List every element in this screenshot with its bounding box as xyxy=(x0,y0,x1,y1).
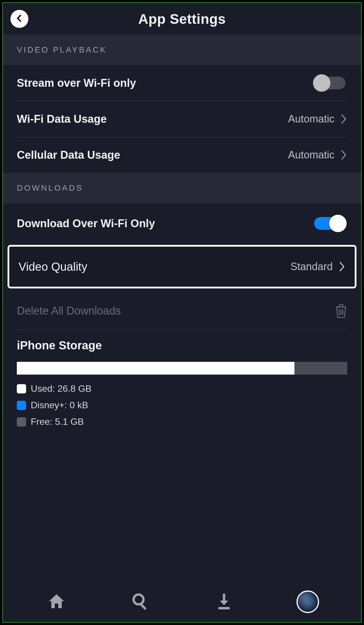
row-value: Automatic xyxy=(288,149,334,161)
row-label: Wi-Fi Data Usage xyxy=(17,113,288,125)
swatch-used xyxy=(17,384,26,393)
page-title: App Settings xyxy=(3,11,361,27)
svg-point-0 xyxy=(134,595,143,604)
trash-icon xyxy=(335,304,347,318)
search-icon xyxy=(131,592,150,612)
chevron-right-icon xyxy=(341,150,347,160)
row-value: Standard xyxy=(290,261,333,273)
row-label: Download Over Wi-Fi Only xyxy=(17,217,314,230)
storage-legend: Used: 26.8 GB Disney+: 0 kB Free: 5.1 GB xyxy=(17,383,347,427)
section-header-video-playback: VIDEO PLAYBACK xyxy=(3,35,361,65)
legend-free: Free: 5.1 GB xyxy=(17,416,347,427)
swatch-app xyxy=(17,401,26,410)
tab-profile[interactable] xyxy=(295,589,321,615)
header: App Settings xyxy=(3,3,361,35)
tab-search[interactable] xyxy=(127,589,153,615)
legend-free-label: Free: 5.1 GB xyxy=(31,416,84,427)
back-button[interactable] xyxy=(10,10,28,28)
row-label: Video Quality xyxy=(19,260,290,273)
storage-bar xyxy=(17,362,347,375)
row-label: Stream over Wi-Fi only xyxy=(17,77,314,89)
row-value: Automatic xyxy=(288,113,334,125)
svg-rect-2 xyxy=(218,607,230,609)
tab-bar xyxy=(3,581,361,622)
tab-home[interactable] xyxy=(43,589,70,615)
chevron-right-icon xyxy=(339,261,345,272)
row-stream-wifi[interactable]: Stream over Wi-Fi only xyxy=(3,65,361,101)
legend-used-label: Used: 26.8 GB xyxy=(31,383,92,394)
profile-avatar xyxy=(296,590,319,613)
chevron-right-icon xyxy=(341,114,347,124)
legend-used: Used: 26.8 GB xyxy=(17,383,347,394)
legend-app-label: Disney+: 0 kB xyxy=(31,400,88,411)
row-delete-all-downloads[interactable]: Delete All Downloads xyxy=(3,292,361,330)
home-icon xyxy=(47,592,66,612)
chevron-left-icon xyxy=(15,14,24,24)
section-header-downloads: DOWNLOADS xyxy=(3,173,361,203)
storage-title: iPhone Storage xyxy=(17,339,347,352)
toggle-stream-wifi[interactable] xyxy=(314,77,345,89)
row-cellular-data-usage[interactable]: Cellular Data Usage Automatic xyxy=(3,137,361,173)
app-settings-screen: App Settings VIDEO PLAYBACK Stream over … xyxy=(2,2,362,623)
tab-downloads[interactable] xyxy=(211,589,237,615)
swatch-free xyxy=(17,417,26,427)
row-label: Delete All Downloads xyxy=(17,305,335,317)
storage-block: iPhone Storage Used: 26.8 GB Disney+: 0 … xyxy=(3,330,361,433)
row-wifi-data-usage[interactable]: Wi-Fi Data Usage Automatic xyxy=(3,101,361,137)
row-video-quality[interactable]: Video Quality Standard xyxy=(8,245,356,288)
toggle-download-wifi[interactable] xyxy=(314,217,345,230)
svg-rect-1 xyxy=(140,604,147,610)
row-label: Cellular Data Usage xyxy=(17,149,288,161)
legend-app: Disney+: 0 kB xyxy=(17,400,347,411)
row-download-wifi[interactable]: Download Over Wi-Fi Only xyxy=(3,203,361,244)
download-icon xyxy=(215,592,233,612)
storage-bar-used xyxy=(17,362,294,375)
